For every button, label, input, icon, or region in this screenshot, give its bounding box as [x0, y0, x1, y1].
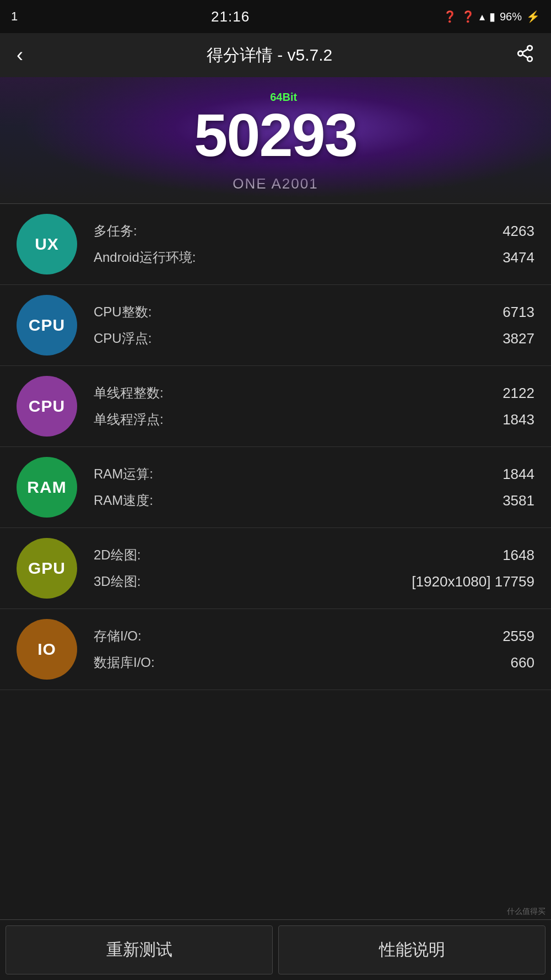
metric-item-4-0: 2D绘图:1648	[94, 542, 534, 568]
bottom-bar: 重新测试 性能说明	[0, 919, 551, 980]
metric-label-4-1: 3D绘图:	[94, 573, 141, 590]
metric-label-2-0: 单线程整数:	[94, 384, 164, 402]
metric-row-2: CPU单线程整数:2122单线程浮点:1843	[0, 366, 551, 447]
watermark: 什么值得买	[507, 907, 545, 917]
metric-item-3-1: RAM速度:3581	[94, 487, 534, 514]
device-name: ONE A2001	[11, 175, 540, 192]
metric-item-1-1: CPU浮点:3827	[94, 325, 534, 352]
retest-button[interactable]: 重新测试	[6, 925, 273, 974]
metric-row-1: CPUCPU整数:6713CPU浮点:3827	[0, 285, 551, 366]
metric-details-3: RAM运算:1844RAM速度:3581	[77, 461, 534, 514]
status-right: ❓ ❓ ▴ ▮ 96% ⚡	[443, 10, 540, 23]
header: ‹ 得分详情 - v5.7.2	[0, 33, 551, 77]
metric-item-0-0: 多任务:4263	[94, 218, 534, 244]
metric-details-5: 存储I/O:2559数据库I/O:660	[77, 623, 534, 676]
metric-value-1-0: 6713	[503, 304, 534, 321]
charging-icon: ⚡	[526, 10, 540, 23]
svg-line-4	[522, 49, 528, 52]
wifi-icon: ▴	[479, 10, 485, 23]
metric-row-0: UX多任务:4263Android运行环境:3474	[0, 204, 551, 285]
status-bar: 1 21:16 ❓ ❓ ▴ ▮ 96% ⚡	[0, 0, 551, 33]
metric-item-0-1: Android运行环境:3474	[94, 244, 534, 271]
metric-label-4-0: 2D绘图:	[94, 546, 141, 564]
svg-line-3	[522, 55, 528, 58]
metric-icon-2: CPU	[17, 376, 77, 437]
metric-value-2-0: 2122	[503, 385, 534, 402]
metric-label-0-0: 多任务:	[94, 222, 137, 240]
battery-icon: ▮	[489, 10, 495, 23]
metric-row-5: IO存储I/O:2559数据库I/O:660	[0, 609, 551, 690]
question2-icon: ❓	[461, 10, 475, 23]
metrics-list: UX多任务:4263Android运行环境:3474CPUCPU整数:6713C…	[0, 204, 551, 690]
metric-item-4-1: 3D绘图:[1920x1080] 17759	[94, 568, 534, 595]
back-button[interactable]: ‹	[17, 44, 23, 67]
metric-icon-4: GPU	[17, 538, 77, 599]
question-icon: ❓	[443, 10, 457, 23]
metric-value-3-0: 1844	[503, 466, 534, 483]
metric-value-1-1: 3827	[503, 330, 534, 347]
score-section: 64Bit 50293 ONE A2001	[0, 77, 551, 203]
metric-label-2-1: 单线程浮点:	[94, 411, 164, 428]
metric-label-1-0: CPU整数:	[94, 303, 152, 321]
metric-icon-5: IO	[17, 619, 77, 680]
metric-row-4: GPU2D绘图:16483D绘图:[1920x1080] 17759	[0, 528, 551, 609]
metric-item-2-0: 单线程整数:2122	[94, 380, 534, 406]
metric-value-0-0: 4263	[503, 223, 534, 240]
performance-button[interactable]: 性能说明	[278, 925, 545, 974]
metric-label-1-1: CPU浮点:	[94, 330, 152, 347]
metric-details-2: 单线程整数:2122单线程浮点:1843	[77, 380, 534, 433]
metric-value-5-1: 660	[511, 654, 534, 671]
metric-details-1: CPU整数:6713CPU浮点:3827	[77, 299, 534, 352]
metric-value-5-0: 2559	[503, 628, 534, 645]
battery-percent: 96%	[500, 10, 522, 23]
metric-value-3-1: 3581	[503, 492, 534, 509]
status-left-number: 1	[11, 9, 18, 24]
metric-item-5-1: 数据库I/O:660	[94, 649, 534, 676]
metric-label-5-0: 存储I/O:	[94, 627, 142, 645]
metric-icon-0: UX	[17, 214, 77, 274]
metric-label-0-1: Android运行环境:	[94, 249, 196, 266]
metric-icon-1: CPU	[17, 295, 77, 356]
share-button[interactable]	[516, 44, 534, 67]
metric-details-0: 多任务:4263Android运行环境:3474	[77, 218, 534, 271]
metric-item-5-0: 存储I/O:2559	[94, 623, 534, 649]
metric-icon-3: RAM	[17, 457, 77, 518]
metric-row-3: RAMRAM运算:1844RAM速度:3581	[0, 447, 551, 528]
score-number: 50293	[11, 105, 540, 165]
metric-value-4-1: [1920x1080] 17759	[412, 573, 534, 590]
metric-value-4-0: 1648	[503, 547, 534, 564]
metric-label-3-0: RAM运算:	[94, 465, 153, 483]
status-time: 21:16	[211, 8, 250, 25]
metric-details-4: 2D绘图:16483D绘图:[1920x1080] 17759	[77, 542, 534, 595]
metric-item-1-0: CPU整数:6713	[94, 299, 534, 325]
metric-value-2-1: 1843	[503, 411, 534, 428]
metric-value-0-1: 3474	[503, 249, 534, 266]
metric-item-2-1: 单线程浮点:1843	[94, 406, 534, 433]
page-title: 得分详情 - v5.7.2	[207, 44, 332, 67]
metric-item-3-0: RAM运算:1844	[94, 461, 534, 487]
metric-label-3-1: RAM速度:	[94, 492, 153, 509]
metric-label-5-1: 数据库I/O:	[94, 654, 155, 671]
